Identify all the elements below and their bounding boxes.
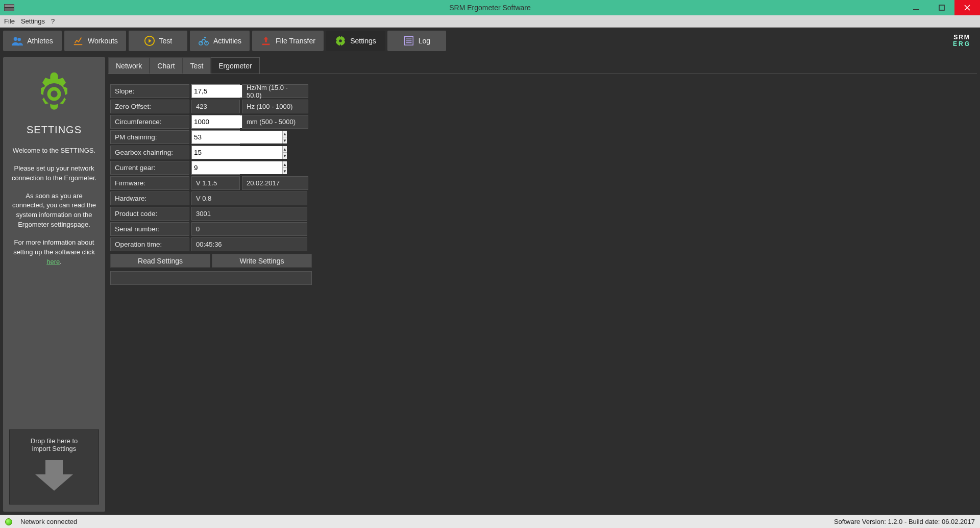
value-firmware: V 1.1.5: [191, 176, 240, 190]
gear-field[interactable]: [192, 161, 282, 174]
sidebar-title: SETTINGS: [27, 124, 82, 136]
tab-log-label: Log: [419, 37, 430, 45]
row-firmware: Firmware: V 1.1.5 20.02.2017: [110, 176, 975, 190]
label-gbox: Gearbox chainring:: [110, 146, 189, 159]
label-zero: Zero Offset:: [110, 100, 189, 113]
status-output: [110, 271, 312, 285]
label-pcode: Product code:: [110, 207, 189, 221]
label-serial: Serial number:: [110, 222, 189, 236]
list-icon: [403, 35, 414, 46]
tab-activities[interactable]: Activities: [190, 31, 250, 51]
tab-activities-label: Activities: [213, 37, 241, 45]
row-serial: Serial number: 0: [110, 222, 975, 236]
value-pcode: 3001: [191, 207, 307, 221]
close-button[interactable]: [954, 0, 980, 15]
svg-rect-13: [335, 40, 337, 41]
menu-help[interactable]: ?: [51, 17, 55, 25]
spin-down-icon[interactable]: ▼: [283, 153, 287, 159]
ribbon-tabs: Athletes Workouts Test Activities File T…: [3, 31, 977, 51]
write-settings-button[interactable]: Write Settings: [212, 254, 312, 268]
menu-settings[interactable]: Settings: [21, 17, 45, 25]
hint-slope: Hz/Nm (15.0 - 50.0): [242, 84, 308, 98]
subtab-test[interactable]: Test: [183, 57, 211, 74]
help-link[interactable]: here: [46, 258, 60, 266]
label-hardware: Hardware:: [110, 191, 189, 205]
spin-up-icon[interactable]: ▲: [283, 161, 287, 168]
upload-icon: [260, 35, 272, 46]
spin-up-icon[interactable]: ▲: [283, 131, 287, 137]
tab-athletes[interactable]: Athletes: [3, 31, 62, 51]
label-pm: PM chainring:: [110, 130, 189, 144]
button-row: Read Settings Write Settings: [110, 254, 975, 268]
tab-settings-label: Settings: [350, 37, 376, 45]
window-title: SRM Ergometer Software: [449, 4, 531, 12]
gbox-field[interactable]: [192, 146, 282, 159]
label-gear: Current gear:: [110, 161, 189, 175]
hint-circ: mm (500 - 5000): [242, 115, 308, 129]
hint-zero: Hz (100 - 1000): [242, 100, 308, 113]
row-circumference: Circumference: ▲▼ mm (500 - 5000): [110, 115, 975, 129]
input-gbox[interactable]: ▲▼: [191, 146, 240, 159]
svg-rect-12: [340, 44, 341, 46]
input-gear[interactable]: ▲▼: [191, 161, 240, 175]
value-serial: 0: [191, 222, 307, 236]
row-optime: Operation time: 00:45:36: [110, 237, 975, 251]
row-hardware: Hardware: V 0.8: [110, 191, 975, 205]
svg-point-3: [18, 38, 21, 41]
row-pcode: Product code: 3001: [110, 207, 975, 221]
label-circ: Circumference:: [110, 115, 189, 129]
main-area: Athletes Workouts Test Activities File T…: [0, 28, 980, 515]
tab-file-transfer[interactable]: File Transfer: [252, 31, 324, 51]
main-panel: Network Chart Test Ergometer Slope: ▲▼ H…: [108, 57, 977, 512]
tab-log[interactable]: Log: [387, 31, 446, 51]
status-text: Network connected: [20, 518, 77, 525]
tab-workouts-label: Workouts: [88, 37, 118, 45]
tab-test-label: Test: [159, 37, 173, 45]
subtab-ergometer[interactable]: Ergometer: [211, 57, 259, 74]
row-slope: Slope: ▲▼ Hz/Nm (15.0 - 50.0): [110, 84, 975, 98]
version-text: Software Version: 1.2.0 - Build date: 06…: [834, 518, 975, 525]
dropzone-text-1: Drop file here to: [13, 437, 95, 445]
svg-rect-0: [913, 9, 919, 10]
spin-down-icon[interactable]: ▼: [283, 168, 287, 174]
spin-up-icon[interactable]: ▲: [283, 146, 287, 153]
sidebar-welcome-text: Welcome to the SETTINGS.: [13, 146, 95, 156]
bike-icon: [198, 35, 209, 46]
svg-point-7: [204, 37, 206, 39]
tab-workouts[interactable]: Workouts: [64, 31, 126, 51]
value-optime: 00:45:36: [191, 237, 307, 251]
download-arrow-icon: [13, 458, 95, 495]
tab-test[interactable]: Test: [129, 31, 187, 51]
subtabs: Network Chart Test Ergometer: [108, 57, 977, 74]
sidebar-instruction-1: Please set up your network connection to…: [9, 164, 99, 183]
srm-logo: SRM ERG: [953, 31, 971, 51]
input-slope[interactable]: ▲▼: [191, 84, 240, 98]
tab-athletes-label: Athletes: [27, 37, 53, 45]
import-dropzone[interactable]: Drop file here to import Settings: [9, 429, 99, 505]
menu-file[interactable]: File: [4, 17, 15, 25]
row-pm: PM chainring: ▲▼: [110, 130, 975, 144]
read-settings-button[interactable]: Read Settings: [110, 254, 210, 268]
input-pm[interactable]: ▲▼: [191, 130, 240, 144]
title-bar: SRM Ergometer Software: [0, 0, 980, 15]
row-zero-offset: Zero Offset: 423 Hz (100 - 1000): [110, 100, 975, 113]
value-firmware-date: 20.02.2017: [242, 176, 308, 190]
pm-field[interactable]: [192, 131, 282, 143]
app-icon: [4, 4, 14, 11]
ergometer-form: Slope: ▲▼ Hz/Nm (15.0 - 50.0) Zero Offse…: [108, 74, 977, 295]
minimize-button[interactable]: [903, 0, 929, 15]
play-icon: [144, 35, 155, 46]
content-area: SETTINGS Welcome to the SETTINGS. Please…: [3, 57, 977, 512]
value-zero: 423: [191, 100, 240, 113]
subtab-chart[interactable]: Chart: [150, 57, 182, 74]
window-buttons: [903, 0, 980, 15]
menu-bar: File Settings ?: [0, 15, 980, 28]
gear-large-icon: [30, 69, 79, 120]
tab-settings[interactable]: Settings: [326, 31, 385, 51]
value-hardware: V 0.8: [191, 191, 307, 205]
spin-down-icon[interactable]: ▼: [283, 137, 287, 143]
input-circumference[interactable]: ▲▼: [191, 115, 240, 129]
label-optime: Operation time:: [110, 237, 189, 251]
subtab-network[interactable]: Network: [108, 57, 150, 74]
maximize-button[interactable]: [929, 0, 954, 15]
